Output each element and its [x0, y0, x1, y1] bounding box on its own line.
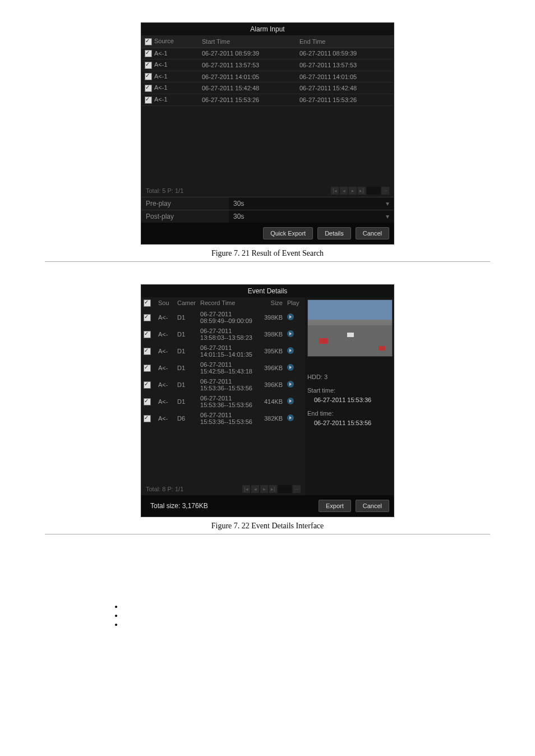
- select-all-checkbox[interactable]: [145, 38, 152, 45]
- cell-start: 06-27-2011 14:01:05: [199, 71, 296, 82]
- cell-sou: A<-: [156, 376, 175, 393]
- table-row[interactable]: A<-106-27-2011 13:57:5306-27-2011 13:57:…: [141, 59, 394, 71]
- cell-source: A<-1: [154, 50, 168, 57]
- pager[interactable]: |◂ ◂ ▸ ▸| →: [242, 485, 301, 493]
- table-row[interactable]: A<-D106-27-2011 15:53:36--15:53:56414KB: [141, 393, 305, 410]
- postplay-select[interactable]: 30s ▾: [229, 210, 394, 223]
- play-icon[interactable]: [287, 414, 294, 421]
- row-checkbox[interactable]: [145, 73, 152, 80]
- play-icon[interactable]: [287, 398, 294, 404]
- cell-size: 398KB: [255, 309, 285, 326]
- bullet-list: [101, 602, 535, 629]
- page-last-icon[interactable]: ▸|: [358, 187, 366, 195]
- cancel-button[interactable]: Cancel: [356, 227, 389, 239]
- play-icon[interactable]: [287, 330, 294, 337]
- preplay-label: Pre-play: [141, 197, 229, 210]
- cell-rec: 06-27-2011 08:59:49--09:00:09: [198, 309, 255, 326]
- row-checkbox[interactable]: [145, 85, 152, 92]
- page-first-icon[interactable]: |◂: [242, 485, 250, 493]
- figure-caption-1: Figure 7. 21 Result of Event Search: [0, 249, 535, 258]
- page-next-icon[interactable]: ▸: [260, 485, 268, 493]
- pager[interactable]: |◂ ◂ ▸ ▸| →: [331, 187, 389, 195]
- page-prev-icon[interactable]: ◂: [251, 485, 259, 493]
- page-prev-icon[interactable]: ◂: [340, 187, 348, 195]
- row-checkbox[interactable]: [144, 331, 151, 338]
- cell-size: 414KB: [255, 393, 285, 410]
- cell-sou: A<-: [156, 309, 175, 326]
- cancel-button[interactable]: Cancel: [356, 500, 389, 512]
- table-row[interactable]: A<-D106-27-2011 15:42:58--15:43:18396KB: [141, 359, 305, 376]
- cell-size: 396KB: [255, 376, 285, 393]
- cell-cam: D1: [175, 376, 198, 393]
- cell-rec: 06-27-2011 15:53:36--15:53:56: [198, 393, 255, 410]
- play-icon[interactable]: [287, 314, 294, 320]
- details-button[interactable]: Details: [317, 227, 351, 239]
- cell-size: 382KB: [255, 410, 285, 427]
- cell-end: 06-27-2011 14:01:05: [296, 71, 394, 82]
- figure-caption-2: Figure 7. 22 Event Details Interface: [0, 522, 535, 531]
- clip-info: HDD: 3 Start time: 06-27-2011 15:53:36 E…: [307, 368, 391, 494]
- event-details-panel: Event Details Sou Camer Record Time Size…: [141, 284, 394, 518]
- row-checkbox[interactable]: [144, 381, 151, 389]
- cell-cam: D1: [175, 393, 198, 410]
- table-row[interactable]: A<-106-27-2011 14:01:0506-27-2011 14:01:…: [141, 71, 394, 82]
- cell-sou: A<-: [156, 393, 175, 410]
- cell-sou: A<-: [156, 343, 175, 359]
- row-checkbox[interactable]: [145, 62, 152, 69]
- row-checkbox[interactable]: [144, 415, 151, 422]
- table-row[interactable]: A<-106-27-2011 15:53:2606-27-2011 15:53:…: [141, 94, 394, 105]
- col-end: End Time: [296, 35, 394, 48]
- quick-export-button[interactable]: Quick Export: [263, 227, 313, 239]
- divider: [45, 534, 490, 534]
- cell-start: 06-27-2011 15:42:48: [199, 82, 296, 94]
- cell-sou: A<-: [156, 410, 175, 427]
- table-row[interactable]: A<-D106-27-2011 08:59:49--09:00:09398KB: [141, 309, 305, 326]
- select-all-checkbox[interactable]: [144, 299, 151, 307]
- cell-source: A<-1: [154, 73, 168, 80]
- row-checkbox[interactable]: [144, 398, 151, 405]
- play-icon[interactable]: [287, 347, 294, 354]
- page-go-icon[interactable]: →: [381, 187, 389, 195]
- cell-rec: 06-27-2011 14:01:15--14:01:35: [198, 343, 255, 359]
- col-record: Record Time: [198, 297, 255, 310]
- panel-title: Alarm Input: [141, 23, 394, 35]
- table-row[interactable]: A<-106-27-2011 08:59:3906-27-2011 08:59:…: [141, 48, 394, 59]
- row-checkbox[interactable]: [145, 96, 152, 104]
- export-button[interactable]: Export: [319, 500, 351, 512]
- play-icon[interactable]: [287, 364, 294, 371]
- cell-size: 396KB: [255, 359, 285, 376]
- cell-cam: D1: [175, 326, 198, 343]
- row-checkbox[interactable]: [144, 314, 151, 321]
- chevron-down-icon: ▾: [386, 200, 389, 208]
- end-time-label: End time:: [307, 409, 391, 418]
- cell-sou: A<-: [156, 359, 175, 376]
- col-play: Play: [285, 297, 305, 310]
- preplay-select[interactable]: 30s ▾: [229, 197, 394, 210]
- start-time-label: Start time:: [307, 386, 391, 395]
- list-item: [123, 602, 535, 611]
- page-next-icon[interactable]: ▸: [349, 187, 357, 195]
- table-row[interactable]: A<-106-27-2011 15:42:4806-27-2011 15:42:…: [141, 82, 394, 94]
- col-camera: Camer: [175, 297, 198, 310]
- page-first-icon[interactable]: |◂: [331, 187, 339, 195]
- play-icon[interactable]: [287, 381, 294, 388]
- row-checkbox[interactable]: [144, 365, 151, 372]
- start-time-value: 06-27-2011 15:53:36: [314, 395, 391, 405]
- page-go-icon[interactable]: →: [293, 485, 301, 493]
- cell-start: 06-27-2011 15:53:26: [199, 94, 296, 105]
- page-last-icon[interactable]: ▸|: [269, 485, 277, 493]
- cell-source: A<-1: [154, 84, 168, 91]
- table-row[interactable]: A<-D106-27-2011 15:53:36--15:53:56396KB: [141, 376, 305, 393]
- event-details-table: Sou Camer Record Time Size Play A<-D106-…: [141, 297, 305, 427]
- total-label: Total: 5 P: 1/1: [146, 187, 183, 194]
- postplay-label: Post-play: [141, 210, 229, 223]
- table-row[interactable]: A<-D106-27-2011 13:58:03--13:58:23398KB: [141, 326, 305, 343]
- page-input[interactable]: [278, 485, 292, 493]
- row-checkbox[interactable]: [145, 50, 152, 57]
- table-row[interactable]: A<-D606-27-2011 15:53:36--15:53:56382KB: [141, 410, 305, 427]
- table-row[interactable]: A<-D106-27-2011 14:01:15--14:01:35395KB: [141, 343, 305, 359]
- row-checkbox[interactable]: [144, 348, 151, 355]
- total-label: Total: 8 P: 1/1: [146, 486, 183, 492]
- page-input[interactable]: [367, 187, 380, 195]
- cell-size: 398KB: [255, 326, 285, 343]
